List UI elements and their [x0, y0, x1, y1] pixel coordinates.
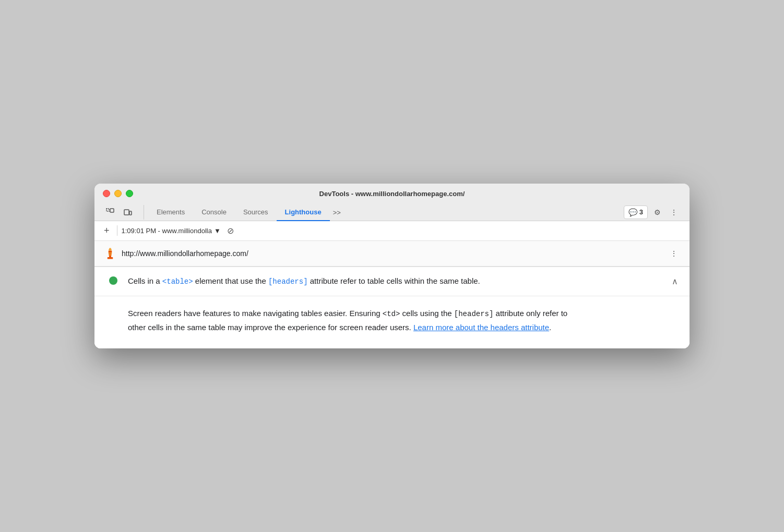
device-toggle-icon[interactable]	[121, 205, 135, 220]
desc-part1: Screen readers have features to make nav…	[128, 309, 383, 318]
audit-title-prefix: Cells in a	[128, 276, 162, 285]
settings-icon[interactable]: ⚙	[650, 205, 664, 220]
minimize-button[interactable]	[114, 190, 122, 197]
audit-more-options-icon[interactable]: ⋮	[667, 246, 681, 261]
close-button[interactable]	[103, 190, 110, 197]
add-button[interactable]: +	[101, 224, 113, 237]
tab-lighthouse[interactable]: Lighthouse	[277, 204, 330, 221]
toolbar: + 1:09:01 PM - www.milliondolla ▼ ⊘	[94, 221, 690, 241]
collapse-icon[interactable]: ∧	[671, 275, 679, 287]
lighthouse-logo	[103, 246, 117, 261]
svg-rect-1	[110, 209, 114, 212]
maximize-button[interactable]	[126, 190, 133, 197]
pass-indicator	[109, 276, 117, 285]
traffic-lights	[103, 190, 133, 197]
audit-title-col: Cells in a <table> element that use the …	[122, 275, 671, 287]
messages-badge-button[interactable]: 💬 3	[624, 205, 648, 219]
svg-rect-7	[109, 248, 111, 249]
badge-count: 3	[639, 208, 643, 216]
clear-button[interactable]: ⊘	[227, 226, 234, 236]
message-icon: 💬	[628, 208, 637, 216]
log-entry: 1:09:01 PM - www.milliondolla ▼	[122, 227, 221, 235]
description-area: Screen readers have features to make nav…	[94, 296, 690, 348]
svg-rect-8	[109, 252, 112, 253]
desc-code2: [headers]	[454, 310, 494, 318]
tab-bar: Elements Console Sources Lighthouse >> 💬…	[103, 203, 681, 221]
dropdown-icon[interactable]: ▼	[214, 227, 221, 235]
learn-more-link[interactable]: Learn more about the headers attribute	[413, 323, 549, 332]
tab-console[interactable]: Console	[193, 204, 235, 221]
tab-more-button[interactable]: >>	[330, 204, 344, 221]
svg-rect-2	[124, 210, 129, 215]
learn-more-text: Learn more about the headers attribute	[413, 323, 549, 332]
description-text: Screen readers have features to make nav…	[128, 307, 577, 334]
tab-actions: 💬 3 ⚙ ⋮	[624, 205, 681, 220]
svg-rect-4	[108, 257, 113, 259]
desc-part4: .	[549, 323, 551, 332]
tab-elements[interactable]: Elements	[148, 204, 193, 221]
svg-rect-9	[109, 255, 111, 256]
audit-headers-attr: [headers]	[268, 277, 308, 286]
window-title: DevTools - www.milliondollarhomepage.com…	[319, 190, 465, 198]
content-area: http://www.milliondollarhomepage.com/ ⋮ …	[94, 241, 690, 348]
title-bar: DevTools - www.milliondollarhomepage.com…	[94, 184, 690, 221]
devtools-window: DevTools - www.milliondollarhomepage.com…	[94, 184, 690, 348]
desc-code1: <td>	[383, 310, 400, 318]
svg-rect-3	[129, 211, 132, 215]
more-options-icon[interactable]: ⋮	[667, 205, 681, 220]
tabs-list: Elements Console Sources Lighthouse >>	[148, 204, 624, 221]
tab-sources[interactable]: Sources	[235, 204, 277, 221]
desc-part2: cells using the	[400, 309, 454, 318]
svg-marker-5	[109, 251, 112, 257]
cursor-selector-icon[interactable]	[103, 205, 117, 220]
audit-url: http://www.milliondollarhomepage.com/	[122, 249, 667, 258]
svg-rect-0	[106, 209, 109, 211]
audit-status-col	[105, 276, 122, 285]
log-text: 1:09:01 PM - www.milliondolla	[122, 227, 212, 235]
audit-table-tag: <table>	[162, 277, 193, 286]
devtools-icons	[103, 205, 144, 220]
audit-title: Cells in a <table> element that use the …	[128, 276, 480, 285]
toolbar-divider	[117, 225, 117, 236]
audit-title-suffix: attribute refer to table cells within th…	[308, 276, 480, 285]
audit-item-row[interactable]: Cells in a <table> element that use the …	[94, 267, 690, 296]
audit-title-middle: element that use the	[193, 276, 268, 285]
